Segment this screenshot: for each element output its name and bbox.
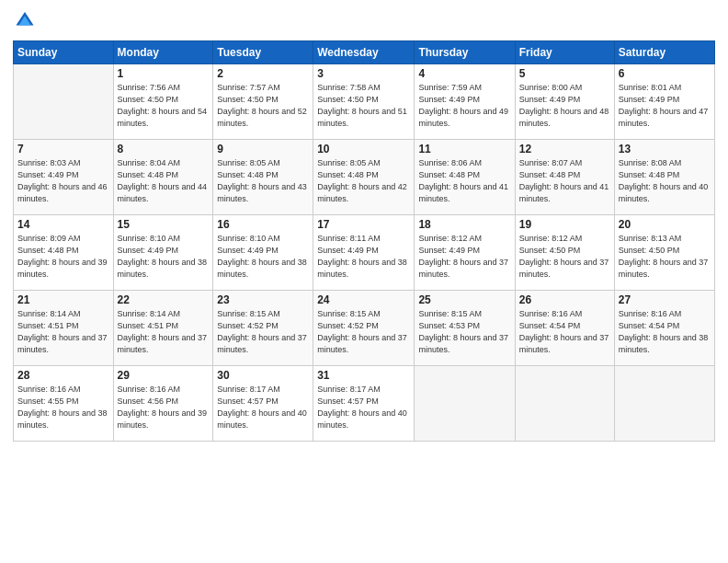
weekday-header: Wednesday [313, 41, 415, 64]
logo [13, 9, 35, 33]
calendar-cell: 24Sunrise: 8:15 AMSunset: 4:52 PMDayligh… [313, 291, 415, 366]
weekday-header: Monday [113, 41, 213, 64]
day-info: Sunrise: 8:01 AMSunset: 4:49 PMDaylight:… [619, 82, 711, 130]
calendar-cell: 26Sunrise: 8:16 AMSunset: 4:54 PMDayligh… [515, 291, 614, 366]
calendar-cell: 16Sunrise: 8:10 AMSunset: 4:49 PMDayligh… [213, 215, 313, 291]
day-number: 20 [619, 218, 711, 231]
calendar-cell [515, 366, 614, 442]
day-number: 28 [17, 369, 109, 382]
day-number: 23 [217, 293, 309, 306]
day-number: 8 [118, 143, 210, 155]
day-number: 12 [519, 143, 610, 155]
calendar-cell: 30Sunrise: 8:17 AMSunset: 4:57 PMDayligh… [213, 366, 313, 442]
logo-icon [15, 9, 35, 29]
day-info: Sunrise: 7:59 AMSunset: 4:49 PMDaylight:… [418, 82, 510, 130]
day-info: Sunrise: 8:11 AMSunset: 4:49 PMDaylight:… [317, 233, 410, 281]
day-info: Sunrise: 8:10 AMSunset: 4:49 PMDaylight:… [217, 233, 309, 281]
day-number: 9 [217, 143, 309, 155]
day-info: Sunrise: 8:10 AMSunset: 4:49 PMDaylight:… [118, 233, 210, 281]
day-number: 27 [619, 293, 711, 306]
day-info: Sunrise: 8:16 AMSunset: 4:54 PMDaylight:… [619, 308, 711, 356]
day-info: Sunrise: 8:08 AMSunset: 4:48 PMDaylight:… [619, 157, 711, 205]
weekday-header: Saturday [614, 41, 714, 64]
weekday-header: Tuesday [213, 41, 313, 64]
day-number: 3 [317, 67, 410, 80]
day-info: Sunrise: 8:12 AMSunset: 4:49 PMDaylight:… [418, 233, 510, 281]
day-info: Sunrise: 8:03 AMSunset: 4:49 PMDaylight:… [17, 157, 109, 205]
day-info: Sunrise: 8:05 AMSunset: 4:48 PMDaylight:… [217, 157, 309, 205]
calendar-cell: 10Sunrise: 8:05 AMSunset: 4:48 PMDayligh… [313, 140, 415, 215]
day-number: 7 [17, 143, 109, 155]
calendar-cell: 5Sunrise: 8:00 AMSunset: 4:49 PMDaylight… [515, 64, 614, 140]
day-info: Sunrise: 8:16 AMSunset: 4:56 PMDaylight:… [118, 384, 210, 431]
calendar-cell: 13Sunrise: 8:08 AMSunset: 4:48 PMDayligh… [614, 140, 714, 215]
calendar-cell: 12Sunrise: 8:07 AMSunset: 4:48 PMDayligh… [515, 140, 614, 215]
calendar-cell: 27Sunrise: 8:16 AMSunset: 4:54 PMDayligh… [614, 291, 714, 366]
calendar-cell: 4Sunrise: 7:59 AMSunset: 4:49 PMDaylight… [415, 64, 515, 140]
day-number: 21 [17, 293, 109, 306]
calendar-cell: 8Sunrise: 8:04 AMSunset: 4:48 PMDaylight… [113, 140, 213, 215]
calendar-cell: 31Sunrise: 8:17 AMSunset: 4:57 PMDayligh… [313, 366, 415, 442]
day-info: Sunrise: 8:13 AMSunset: 4:50 PMDaylight:… [619, 233, 711, 281]
calendar-cell: 3Sunrise: 7:58 AMSunset: 4:50 PMDaylight… [313, 64, 415, 140]
weekday-header: Friday [515, 41, 614, 64]
day-info: Sunrise: 8:14 AMSunset: 4:51 PMDaylight:… [17, 308, 109, 356]
calendar-cell [614, 366, 714, 442]
day-number: 31 [317, 369, 410, 382]
day-info: Sunrise: 8:17 AMSunset: 4:57 PMDaylight:… [217, 384, 309, 431]
day-number: 15 [118, 218, 210, 231]
calendar-cell: 28Sunrise: 8:16 AMSunset: 4:55 PMDayligh… [14, 366, 114, 442]
day-info: Sunrise: 8:17 AMSunset: 4:57 PMDaylight:… [317, 384, 410, 431]
calendar-cell: 23Sunrise: 8:15 AMSunset: 4:52 PMDayligh… [213, 291, 313, 366]
day-number: 26 [519, 293, 610, 306]
day-number: 30 [217, 369, 309, 382]
day-info: Sunrise: 8:09 AMSunset: 4:48 PMDaylight:… [17, 233, 109, 281]
day-number: 18 [418, 218, 510, 231]
day-number: 4 [418, 67, 510, 80]
day-info: Sunrise: 8:00 AMSunset: 4:49 PMDaylight:… [519, 82, 610, 130]
weekday-header: Thursday [415, 41, 515, 64]
calendar-cell: 25Sunrise: 8:15 AMSunset: 4:53 PMDayligh… [415, 291, 515, 366]
day-number: 6 [619, 67, 711, 80]
day-number: 19 [519, 218, 610, 231]
calendar-cell: 20Sunrise: 8:13 AMSunset: 4:50 PMDayligh… [614, 215, 714, 291]
day-info: Sunrise: 7:56 AMSunset: 4:50 PMDaylight:… [118, 82, 210, 130]
calendar-cell: 21Sunrise: 8:14 AMSunset: 4:51 PMDayligh… [14, 291, 114, 366]
day-number: 17 [317, 218, 410, 231]
day-info: Sunrise: 7:58 AMSunset: 4:50 PMDaylight:… [317, 82, 410, 130]
calendar-cell: 22Sunrise: 8:14 AMSunset: 4:51 PMDayligh… [113, 291, 213, 366]
day-info: Sunrise: 8:16 AMSunset: 4:54 PMDaylight:… [519, 308, 610, 356]
calendar-cell: 15Sunrise: 8:10 AMSunset: 4:49 PMDayligh… [113, 215, 213, 291]
day-info: Sunrise: 8:12 AMSunset: 4:50 PMDaylight:… [519, 233, 610, 281]
calendar-cell: 18Sunrise: 8:12 AMSunset: 4:49 PMDayligh… [415, 215, 515, 291]
day-number: 11 [418, 143, 510, 155]
day-info: Sunrise: 8:15 AMSunset: 4:52 PMDaylight:… [217, 308, 309, 356]
calendar-cell [14, 64, 114, 140]
day-number: 16 [217, 218, 309, 231]
day-number: 1 [118, 67, 210, 80]
calendar-cell: 17Sunrise: 8:11 AMSunset: 4:49 PMDayligh… [313, 215, 415, 291]
day-info: Sunrise: 8:16 AMSunset: 4:55 PMDaylight:… [17, 384, 109, 431]
day-number: 29 [118, 369, 210, 382]
header [13, 9, 715, 33]
day-info: Sunrise: 8:07 AMSunset: 4:48 PMDaylight:… [519, 157, 610, 205]
day-number: 25 [418, 293, 510, 306]
day-info: Sunrise: 8:04 AMSunset: 4:48 PMDaylight:… [118, 157, 210, 205]
calendar-cell: 1Sunrise: 7:56 AMSunset: 4:50 PMDaylight… [113, 64, 213, 140]
day-info: Sunrise: 8:06 AMSunset: 4:48 PMDaylight:… [418, 157, 510, 205]
calendar-cell: 7Sunrise: 8:03 AMSunset: 4:49 PMDaylight… [14, 140, 114, 215]
calendar-cell: 6Sunrise: 8:01 AMSunset: 4:49 PMDaylight… [614, 64, 714, 140]
day-info: Sunrise: 7:57 AMSunset: 4:50 PMDaylight:… [217, 82, 309, 130]
day-number: 5 [519, 67, 610, 80]
calendar-cell: 29Sunrise: 8:16 AMSunset: 4:56 PMDayligh… [113, 366, 213, 442]
calendar-cell: 14Sunrise: 8:09 AMSunset: 4:48 PMDayligh… [14, 215, 114, 291]
calendar-cell: 11Sunrise: 8:06 AMSunset: 4:48 PMDayligh… [415, 140, 515, 215]
day-info: Sunrise: 8:05 AMSunset: 4:48 PMDaylight:… [317, 157, 410, 205]
calendar-cell: 2Sunrise: 7:57 AMSunset: 4:50 PMDaylight… [213, 64, 313, 140]
calendar-cell: 19Sunrise: 8:12 AMSunset: 4:50 PMDayligh… [515, 215, 614, 291]
day-number: 10 [317, 143, 410, 155]
calendar-table: SundayMondayTuesdayWednesdayThursdayFrid… [13, 40, 715, 442]
day-number: 24 [317, 293, 410, 306]
day-number: 22 [118, 293, 210, 306]
day-number: 14 [17, 218, 109, 231]
